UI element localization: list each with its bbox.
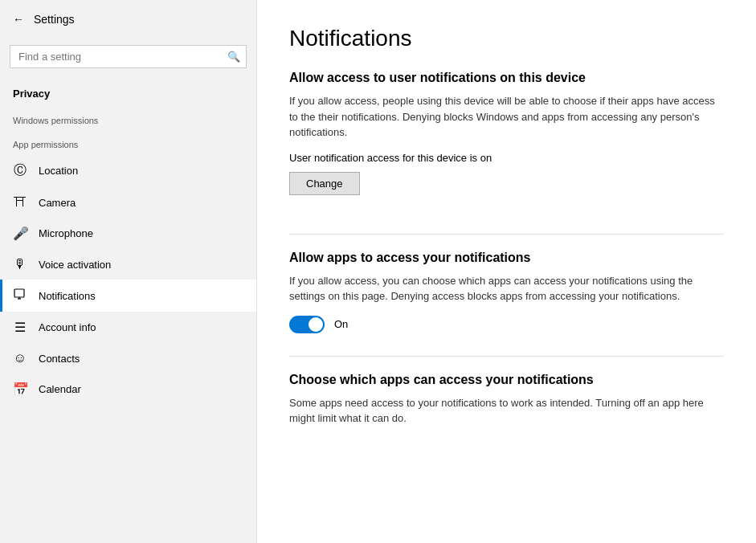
sidebar-item-account-info[interactable]: ☰ Account info bbox=[0, 312, 256, 343]
account-info-icon: ☰ bbox=[13, 320, 27, 335]
section1-desc: If you allow access, people using this d… bbox=[289, 93, 724, 141]
sidebar-item-label: Microphone bbox=[39, 227, 93, 239]
back-icon[interactable]: ← bbox=[13, 13, 24, 26]
sidebar-item-label: Camera bbox=[39, 197, 76, 209]
sidebar-item-label: Voice activation bbox=[39, 259, 111, 271]
microphone-icon: 🎤 bbox=[13, 226, 27, 241]
privacy-label: Privacy bbox=[0, 75, 256, 106]
calendar-icon: 📅 bbox=[13, 382, 27, 397]
sidebar-item-voice-activation[interactable]: 🎙 Voice activation bbox=[0, 249, 256, 280]
section2-desc: If you allow access, you can choose whic… bbox=[289, 273, 724, 304]
contacts-icon: ☺ bbox=[13, 351, 27, 365]
section3-heading: Choose which apps can access your notifi… bbox=[289, 373, 724, 387]
section2-heading: Allow apps to access your notifications bbox=[289, 251, 724, 265]
sidebar-item-location[interactable]: Ⓒ Location bbox=[0, 154, 256, 187]
main-content: Notifications Allow access to user notif… bbox=[257, 0, 756, 543]
camera-icon: ⛩ bbox=[13, 195, 27, 210]
section-choose-apps: Choose which apps can access your notifi… bbox=[289, 373, 724, 427]
toggle-row: On bbox=[289, 316, 724, 333]
toggle-label: On bbox=[334, 318, 348, 330]
divider1 bbox=[289, 234, 724, 235]
section1-status: User notification access for this device… bbox=[289, 152, 724, 164]
section-app-access: Allow apps to access your notifications … bbox=[289, 251, 724, 333]
voice-activation-icon: 🎙 bbox=[13, 257, 27, 272]
sidebar-item-label: Calendar bbox=[39, 383, 81, 395]
search-icon: 🔍 bbox=[227, 51, 240, 63]
sidebar-item-label: Notifications bbox=[39, 290, 96, 302]
divider2 bbox=[289, 356, 724, 357]
section1-heading: Allow access to user notifications on th… bbox=[289, 71, 724, 85]
sidebar-item-calendar[interactable]: 📅 Calendar bbox=[0, 374, 256, 405]
search-input[interactable] bbox=[10, 45, 247, 68]
notifications-toggle[interactable] bbox=[289, 316, 325, 333]
sidebar-item-camera[interactable]: ⛩ Camera bbox=[0, 187, 256, 218]
svg-rect-0 bbox=[14, 289, 24, 297]
section-device-access: Allow access to user notifications on th… bbox=[289, 71, 724, 218]
search-box: 🔍 bbox=[10, 45, 247, 68]
notifications-icon bbox=[13, 288, 27, 304]
sidebar-item-notifications[interactable]: Notifications bbox=[0, 280, 256, 312]
sidebar: ← Settings 🔍 Privacy Windows permissions… bbox=[0, 0, 257, 543]
sidebar-item-label: Contacts bbox=[39, 353, 80, 365]
change-button[interactable]: Change bbox=[289, 172, 360, 195]
toggle-knob bbox=[309, 317, 323, 332]
sidebar-item-label: Location bbox=[39, 165, 78, 177]
sidebar-item-microphone[interactable]: 🎤 Microphone bbox=[0, 218, 256, 249]
sidebar-header: ← Settings bbox=[0, 0, 256, 39]
section3-desc: Some apps need access to your notificati… bbox=[289, 395, 724, 427]
sidebar-item-label: Account info bbox=[39, 321, 96, 333]
windows-permissions-label: Windows permissions bbox=[0, 106, 256, 130]
sidebar-title: Settings bbox=[34, 13, 75, 26]
sidebar-item-contacts[interactable]: ☺ Contacts bbox=[0, 343, 256, 374]
page-title: Notifications bbox=[289, 26, 724, 51]
location-icon: Ⓒ bbox=[13, 162, 27, 179]
app-permissions-label: App permissions bbox=[0, 130, 256, 154]
